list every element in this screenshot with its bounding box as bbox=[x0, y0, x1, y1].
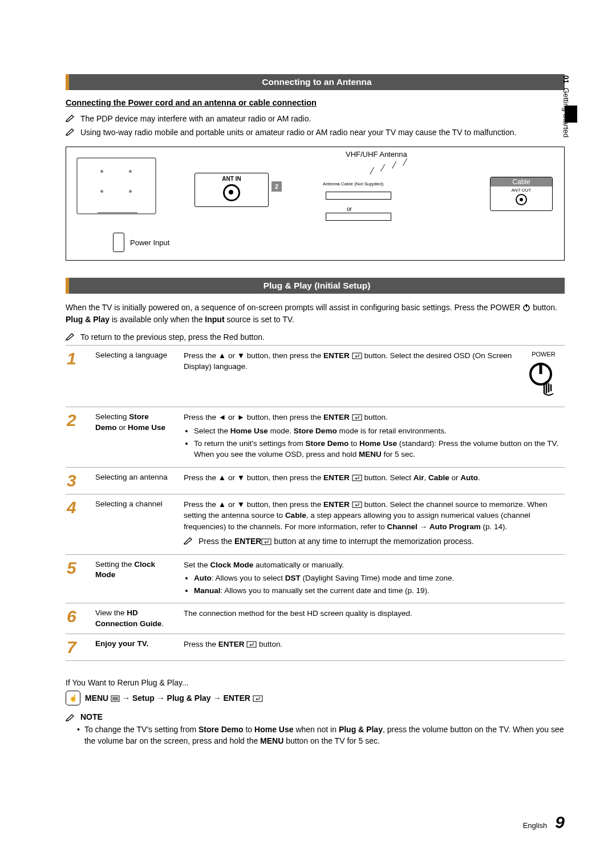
connection-diagram: Power Input ANT IN 2 VHF/UHF Antenna ⟋⟋⟋… bbox=[66, 147, 565, 261]
connector-icon bbox=[326, 213, 391, 221]
step-body: The connection method for the best HD sc… bbox=[184, 608, 564, 619]
step-3: 3 Selecting an antenna Press the ▲ or ▼ … bbox=[66, 470, 565, 492]
step-number: 4 bbox=[67, 499, 84, 516]
svg-rect-5 bbox=[352, 415, 362, 420]
menu-icon bbox=[111, 695, 120, 702]
power-plug-icon bbox=[113, 233, 124, 252]
page-number: 9 bbox=[555, 813, 565, 832]
note-text: The PDP device may interfere with an ama… bbox=[80, 113, 311, 124]
cable-box: Cable ANT OUT bbox=[490, 177, 553, 211]
note-text: To return to the previous step, press th… bbox=[80, 331, 265, 343]
step-title: Selecting a channel bbox=[95, 499, 172, 509]
note-text: Press the ENTER button at any time to in… bbox=[198, 535, 474, 547]
power-icon bbox=[522, 303, 530, 311]
step-title: Setting the Clock Mode bbox=[95, 559, 172, 580]
ant-in-label: ANT IN bbox=[195, 176, 268, 182]
step-body: Press the ENTER button. bbox=[184, 639, 564, 650]
ant-in-port: ANT IN bbox=[194, 173, 269, 207]
note-heading: NOTE bbox=[66, 712, 565, 721]
step-body: Press the ▲ or ▼ button, then press the … bbox=[184, 472, 564, 484]
or-label: or bbox=[347, 206, 352, 212]
svg-rect-14 bbox=[253, 696, 262, 701]
language-label: English bbox=[523, 821, 548, 830]
step-title: View the HD Connection Guide. bbox=[95, 608, 172, 628]
step-number: 2 bbox=[67, 412, 84, 429]
step-7: 7 Enjoy your TV. Press the ENTER button. bbox=[66, 636, 565, 658]
step-number: 7 bbox=[67, 639, 84, 656]
subheading-power-antenna: Connecting the Power cord and an antenna… bbox=[66, 98, 565, 107]
intro-paragraph: When the TV is initially powered on, a s… bbox=[66, 302, 565, 326]
step-title: Selecting a language bbox=[95, 350, 172, 360]
step-2: 2 Selecting Store Demo or Home Use Press… bbox=[66, 409, 565, 464]
power-label: POWER bbox=[524, 350, 564, 359]
power-press-icon bbox=[524, 359, 564, 399]
enter-icon bbox=[352, 474, 362, 481]
enter-icon bbox=[261, 538, 271, 545]
enter-icon bbox=[352, 352, 362, 359]
section-heading-plug-play: Plug & Play (Initial Setup) bbox=[66, 278, 565, 294]
svg-rect-7 bbox=[352, 502, 362, 508]
step-title: Selecting an antenna bbox=[95, 472, 172, 482]
pen-icon bbox=[66, 713, 76, 721]
note-return: To return to the previous step, press th… bbox=[66, 331, 565, 343]
rerun-heading: If You Want to Rerun Plug & Play... bbox=[66, 678, 565, 687]
svg-rect-6 bbox=[352, 475, 362, 481]
step-number: 6 bbox=[67, 608, 84, 625]
step-body: Press the ◄ or ► button, then press the … bbox=[184, 412, 564, 462]
section-heading-antenna: Connecting to an Antenna bbox=[66, 74, 565, 90]
step-body: POWER Press the ▲ or ▼ button, then pres… bbox=[184, 350, 564, 403]
step-body: Press the ▲ or ▼ button, then press the … bbox=[184, 499, 564, 550]
pen-icon bbox=[66, 332, 76, 340]
ant-out-label: ANT OUT bbox=[491, 188, 552, 193]
step-6: 6 View the HD Connection Guide. The conn… bbox=[66, 606, 565, 631]
step-4: 4 Selecting a channel Press the ▲ or ▼ b… bbox=[66, 497, 565, 552]
enter-icon bbox=[352, 414, 362, 421]
tv-icon bbox=[76, 157, 156, 214]
note-malfunction: Using two-way radio mobile and portable … bbox=[66, 127, 565, 138]
svg-rect-9 bbox=[247, 642, 256, 647]
connector-icon bbox=[326, 192, 391, 200]
step-title: Enjoy your TV. bbox=[95, 639, 172, 649]
step-2-marker: 2 bbox=[271, 181, 282, 192]
step-1: 1 Selecting a language POWER Press the ▲… bbox=[66, 348, 565, 405]
step-number: 1 bbox=[67, 350, 84, 367]
cable-label: Cable bbox=[491, 177, 552, 186]
antenna-cable-label: Antenna Cable (Not Supplied) bbox=[323, 181, 383, 186]
svg-rect-4 bbox=[352, 353, 362, 359]
remote-button-icon: ☝ bbox=[66, 691, 80, 705]
pen-icon bbox=[184, 537, 194, 545]
menu-path: ☝ MENU → Setup → Plug & Play → ENTER bbox=[66, 691, 565, 705]
enter-icon bbox=[246, 641, 257, 648]
pen-icon bbox=[66, 128, 76, 136]
tab-marker bbox=[565, 106, 577, 123]
pen-icon bbox=[66, 114, 76, 122]
document-page: 01 Getting Started Connecting to an Ante… bbox=[0, 0, 616, 852]
enter-icon bbox=[352, 501, 362, 508]
step-title: Selecting Store Demo or Home Use bbox=[95, 412, 172, 432]
note-text: Using two-way radio mobile and portable … bbox=[80, 127, 516, 138]
power-button-diagram: POWER bbox=[524, 350, 564, 403]
power-input-label: Power Input bbox=[130, 238, 169, 247]
svg-rect-8 bbox=[262, 539, 271, 545]
step-number: 3 bbox=[67, 472, 84, 489]
note-bullet: • To change the TV's setting from Store … bbox=[77, 724, 565, 747]
step-body: Set the Clock Mode automatically or manu… bbox=[184, 559, 564, 599]
enter-icon bbox=[253, 695, 263, 702]
page-footer: English 9 bbox=[523, 813, 565, 832]
step-number: 5 bbox=[67, 559, 84, 577]
note-interference: The PDP device may interfere with an ama… bbox=[66, 113, 565, 124]
step-5: 5 Setting the Clock Mode Set the Clock M… bbox=[66, 557, 565, 601]
